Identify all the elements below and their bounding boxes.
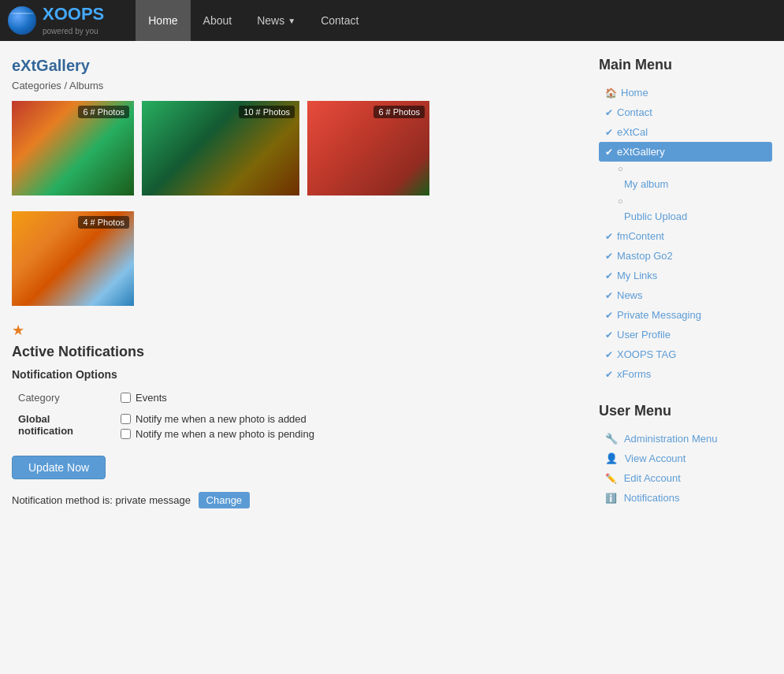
- sidebar-item-news[interactable]: ✔News: [599, 285, 772, 305]
- notification-table: Category Events Globalnotification Notif…: [12, 389, 583, 446]
- sidebar-item-contact[interactable]: ✔Contact: [599, 102, 772, 122]
- notify-added-label: Notify me when a new photo is added: [136, 413, 307, 425]
- check-icon: ✔: [605, 231, 613, 242]
- main-menu-title: Main Menu: [599, 57, 772, 73]
- check-icon: ✔: [605, 290, 613, 301]
- page-title: eXtGallery: [12, 57, 583, 75]
- sidebar-item-fmcontent[interactable]: ✔fmContent: [599, 226, 772, 246]
- change-method-button[interactable]: Change: [199, 492, 251, 508]
- sidebar-item-submenu: My album Public Upload: [599, 162, 772, 226]
- update-now-button[interactable]: Update Now: [12, 456, 106, 479]
- sidebar-item-privatemsg[interactable]: ✔Private Messaging: [599, 305, 772, 325]
- photo-item[interactable]: 6 # Photos: [12, 101, 134, 195]
- navbar: XOOPS powered by you Home About News ▼ C…: [0, 0, 784, 41]
- photo-grid-row2: 4 # Photos: [12, 211, 583, 306]
- notify-added-checkbox[interactable]: [121, 414, 131, 424]
- sidebar-item-mylinks[interactable]: ✔My Links: [599, 266, 772, 285]
- photo-badge: 6 # Photos: [78, 106, 129, 118]
- sidebar-item-label: xForms: [617, 368, 651, 380]
- sidebar-item-admin[interactable]: Administration Menu: [599, 429, 772, 449]
- category-label: Category: [12, 389, 114, 410]
- photo-badge: 10 # Photos: [239, 106, 295, 118]
- notify-pending-row: Notify me when a new photo is pending: [121, 428, 577, 440]
- photo-badge: 4 # Photos: [78, 216, 129, 229]
- sidebar: Main Menu 🏠Home ✔Contact ✔eXtCal ✔eXtGal…: [599, 57, 772, 527]
- nav-home[interactable]: Home: [136, 0, 190, 41]
- sidebar-item-xforms[interactable]: ✔xForms: [599, 364, 772, 384]
- notify-pending-label: Notify me when a new photo is pending: [136, 428, 314, 440]
- sidebar-item-label: User Profile: [617, 329, 671, 341]
- photo-item[interactable]: 6 # Photos: [307, 101, 429, 195]
- sidebar-item-label: View Account: [625, 452, 686, 464]
- method-label: Notification method is:: [12, 494, 113, 506]
- global-notif-label: Globalnotification: [12, 410, 114, 446]
- sidebar-item-notifications[interactable]: Notifications: [599, 488, 772, 508]
- notify-pending-checkbox[interactable]: [121, 429, 131, 439]
- photo-item[interactable]: 10 # Photos: [142, 101, 299, 195]
- sidebar-item-editaccount[interactable]: Edit Account: [599, 468, 772, 488]
- extgallery-submenu: My album Public Upload: [599, 162, 772, 226]
- sidebar-item-label: eXtGallery: [617, 146, 665, 158]
- sidebar-item-userprofile[interactable]: ✔User Profile: [599, 325, 772, 344]
- method-value: private message: [116, 494, 191, 506]
- photo-grid: 6 # Photos 10 # Photos 6 # Photos: [12, 101, 583, 195]
- categories-label: Categories / Albums: [12, 80, 583, 91]
- photo-item[interactable]: 4 # Photos: [12, 211, 134, 306]
- sidebar-item-label: Administration Menu: [624, 433, 718, 445]
- wrench-icon: [605, 434, 618, 445]
- check-icon: ✔: [605, 127, 613, 138]
- check-icon: ✔: [605, 369, 613, 380]
- events-checkbox[interactable]: [121, 393, 131, 403]
- brand-name: XOOPS: [43, 5, 104, 24]
- nav-items: Home About News ▼ Contact: [136, 0, 371, 41]
- check-icon: ✔: [605, 349, 613, 360]
- user-menu-title: User Menu: [599, 403, 772, 419]
- brand-powered: powered by you: [43, 27, 98, 35]
- rss-icon[interactable]: ★: [12, 322, 583, 339]
- nav-about[interactable]: About: [191, 0, 245, 41]
- globe-icon: [8, 6, 36, 35]
- check-icon: ✔: [605, 330, 613, 341]
- check-icon: ✔: [605, 270, 613, 281]
- sidebar-item-label: My Links: [617, 270, 657, 281]
- nav-contact[interactable]: Contact: [308, 0, 371, 41]
- sidebar-item-label: eXtCal: [617, 126, 648, 138]
- sidebar-item-label: Private Messaging: [617, 309, 701, 321]
- info-icon: [605, 493, 617, 504]
- table-row: Globalnotification Notify me when a new …: [12, 410, 583, 446]
- sidebar-subitem-myalbum[interactable]: My album: [618, 162, 772, 194]
- sidebar-item-label: Edit Account: [624, 472, 681, 484]
- sidebar-item-label: News: [617, 289, 643, 301]
- sidebar-item-label: XOOPS TAG: [617, 348, 676, 360]
- notifications-section-title: Active Notifications: [12, 344, 583, 360]
- check-icon: ✔: [605, 147, 613, 158]
- check-icon: ✔: [605, 310, 613, 321]
- notify-added-row: Notify me when a new photo is added: [121, 413, 577, 425]
- sidebar-item-extcal[interactable]: ✔eXtCal: [599, 122, 772, 142]
- sidebar-item-xoopstag[interactable]: ✔XOOPS TAG: [599, 344, 772, 364]
- person-icon: [605, 453, 618, 464]
- user-menu: Administration Menu View Account Edit Ac…: [599, 429, 772, 508]
- page-container: eXtGallery Categories / Albums 6 # Photo…: [0, 41, 784, 542]
- home-icon: 🏠: [605, 88, 617, 99]
- check-icon: ✔: [605, 251, 613, 262]
- pencil-icon: [605, 473, 617, 484]
- global-notif-options: Notify me when a new photo is added Noti…: [114, 410, 583, 446]
- photo-badge: 6 # Photos: [373, 106, 425, 118]
- subitem-label: My album: [624, 178, 668, 190]
- brand-logo[interactable]: XOOPS powered by you: [8, 5, 120, 36]
- sidebar-item-extgallery[interactable]: ✔eXtGallery: [599, 142, 772, 162]
- sidebar-item-viewaccount[interactable]: View Account: [599, 449, 772, 468]
- main-content: eXtGallery Categories / Albums 6 # Photo…: [12, 57, 583, 527]
- category-checkbox-row: Events: [121, 392, 577, 404]
- subitem-label: Public Upload: [624, 210, 687, 222]
- sidebar-item-mastop[interactable]: ✔Mastop Go2: [599, 246, 772, 266]
- sidebar-item-label: Home: [621, 87, 648, 99]
- nav-news[interactable]: News ▼: [244, 0, 308, 41]
- sidebar-item-label: Contact: [617, 106, 652, 118]
- sidebar-item-label: Mastop Go2: [617, 250, 673, 262]
- sidebar-item-home[interactable]: 🏠Home: [599, 83, 772, 102]
- notification-method: Notification method is: private message …: [12, 492, 583, 508]
- sidebar-subitem-publicupload[interactable]: Public Upload: [618, 194, 772, 226]
- main-menu: 🏠Home ✔Contact ✔eXtCal ✔eXtGallery My al…: [599, 83, 772, 384]
